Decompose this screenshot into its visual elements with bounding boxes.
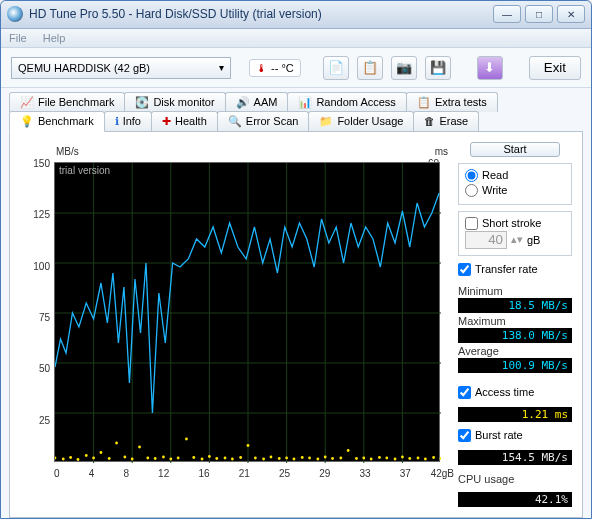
app-window: HD Tune Pro 5.50 - Hard Disk/SSD Utility…: [0, 0, 592, 519]
download-button[interactable]: ⬇: [477, 56, 503, 80]
svg-point-31: [185, 438, 188, 441]
access-value: 1.21 ms: [458, 407, 572, 422]
svg-point-49: [324, 456, 327, 459]
avg-value: 100.9 MB/s: [458, 358, 572, 373]
tab-benchmark[interactable]: 💡Benchmark: [9, 111, 105, 132]
svg-point-61: [417, 457, 420, 460]
temperature-value: -- °C: [271, 62, 294, 74]
svg-point-22: [115, 442, 118, 445]
svg-point-40: [254, 457, 257, 460]
tab-health[interactable]: ✚Health: [151, 111, 218, 131]
write-radio[interactable]: Write: [465, 183, 565, 198]
tab-info[interactable]: ℹInfo: [104, 111, 152, 131]
tab-erase[interactable]: 🗑Erase: [413, 111, 479, 131]
svg-point-32: [192, 456, 195, 459]
y-axis-unit: MB/s: [56, 146, 79, 157]
svg-point-47: [308, 457, 311, 460]
svg-point-19: [92, 457, 95, 460]
transfer-rate-check[interactable]: Transfer rate: [458, 262, 572, 277]
svg-point-48: [316, 458, 319, 461]
svg-point-56: [378, 456, 381, 459]
copy-screenshot-button[interactable]: 📋: [357, 56, 383, 80]
tab-random-access[interactable]: 📊Random Access: [287, 92, 406, 112]
short-stroke-value: [465, 231, 507, 249]
health-icon: ✚: [162, 115, 171, 128]
tab-error-scan[interactable]: 🔍Error Scan: [217, 111, 310, 131]
chart-svg: [55, 163, 441, 463]
svg-point-21: [108, 457, 111, 460]
close-button[interactable]: ✕: [557, 5, 585, 23]
x-axis-ticks: 04812162125293337: [54, 468, 440, 479]
svg-point-15: [62, 458, 65, 461]
svg-point-45: [293, 458, 296, 461]
scan-icon: 🔍: [228, 115, 242, 128]
minimize-button[interactable]: —: [493, 5, 521, 23]
short-stroke-group: Short stroke ▴▾ gB: [458, 211, 572, 256]
svg-point-16: [69, 456, 72, 459]
svg-point-38: [239, 456, 242, 459]
read-radio[interactable]: Read: [465, 168, 565, 183]
benchmark-chart: trial version: [54, 162, 440, 462]
menu-help[interactable]: Help: [43, 32, 66, 44]
svg-point-18: [85, 454, 88, 457]
mode-group: Read Write: [458, 163, 572, 205]
camera-button[interactable]: 📷: [391, 56, 417, 80]
menu-file[interactable]: File: [9, 32, 27, 44]
svg-point-35: [215, 457, 218, 460]
titlebar[interactable]: HD Tune Pro 5.50 - Hard Disk/SSD Utility…: [1, 1, 591, 29]
x-axis-unit: 42gB: [431, 468, 454, 479]
tab-extra-tests[interactable]: 📋Extra tests: [406, 92, 498, 112]
app-icon: [7, 6, 23, 22]
benchmark-icon: 💡: [20, 115, 34, 128]
monitor-icon: 💽: [135, 96, 149, 109]
tab-aam[interactable]: 🔊AAM: [225, 92, 289, 112]
info-icon: ℹ: [115, 115, 119, 128]
svg-point-24: [131, 458, 134, 461]
chart-area: MB/s ms 150125100755025 605040302010 tri…: [20, 142, 450, 507]
window-title: HD Tune Pro 5.50 - Hard Disk/SSD Utility…: [29, 7, 493, 21]
tab-file-benchmark[interactable]: 📈File Benchmark: [9, 92, 125, 112]
transfer-stats: Minimum 18.5 MB/s Maximum 138.0 MB/s Ave…: [458, 283, 572, 373]
svg-point-62: [424, 458, 427, 461]
svg-point-64: [440, 457, 441, 460]
svg-point-58: [394, 458, 397, 461]
file-benchmark-icon: 📈: [20, 96, 34, 109]
chevron-down-icon: ▾: [219, 62, 224, 73]
save-button[interactable]: 💾: [425, 56, 451, 80]
y2-axis-unit: ms: [435, 146, 448, 157]
folder-icon: 📁: [319, 115, 333, 128]
tab-disk-monitor[interactable]: 💽Disk monitor: [124, 92, 225, 112]
drive-select[interactable]: QEMU HARDDISK (42 gB) ▾: [11, 57, 231, 79]
cpu-value: 42.1%: [458, 492, 572, 507]
y-axis-ticks: 150125100755025: [20, 158, 50, 466]
maximize-button[interactable]: □: [525, 5, 553, 23]
temperature-display: 🌡 -- °C: [249, 59, 301, 77]
svg-point-17: [77, 458, 80, 461]
tabs: 📈File Benchmark 💽Disk monitor 🔊AAM 📊Rand…: [1, 88, 591, 518]
svg-point-25: [138, 446, 141, 449]
start-button[interactable]: Start: [470, 142, 560, 157]
svg-point-20: [100, 451, 103, 454]
svg-point-50: [331, 457, 334, 460]
tab-folder-usage[interactable]: 📁Folder Usage: [308, 111, 414, 131]
spinner-icon[interactable]: ▴▾: [511, 233, 523, 246]
svg-point-57: [385, 457, 388, 460]
svg-point-23: [123, 456, 126, 459]
svg-point-37: [231, 458, 234, 461]
access-time-check[interactable]: Access time: [458, 385, 572, 400]
drive-selected: QEMU HARDDISK (42 gB): [18, 62, 150, 74]
short-stroke-check[interactable]: Short stroke: [465, 216, 565, 231]
svg-point-27: [154, 457, 157, 460]
svg-point-53: [355, 457, 358, 460]
copy-text-button[interactable]: 📄: [323, 56, 349, 80]
toolbar: QEMU HARDDISK (42 gB) ▾ 🌡 -- °C 📄 📋 📷 💾 …: [1, 48, 591, 88]
burst-value: 154.5 MB/s: [458, 450, 572, 465]
svg-point-54: [362, 457, 365, 460]
exit-button[interactable]: Exit: [529, 56, 581, 80]
svg-point-14: [55, 457, 56, 460]
svg-point-36: [224, 457, 227, 460]
svg-point-52: [347, 449, 350, 452]
svg-point-55: [370, 458, 373, 461]
burst-rate-check[interactable]: Burst rate: [458, 428, 572, 443]
svg-point-60: [408, 457, 411, 460]
